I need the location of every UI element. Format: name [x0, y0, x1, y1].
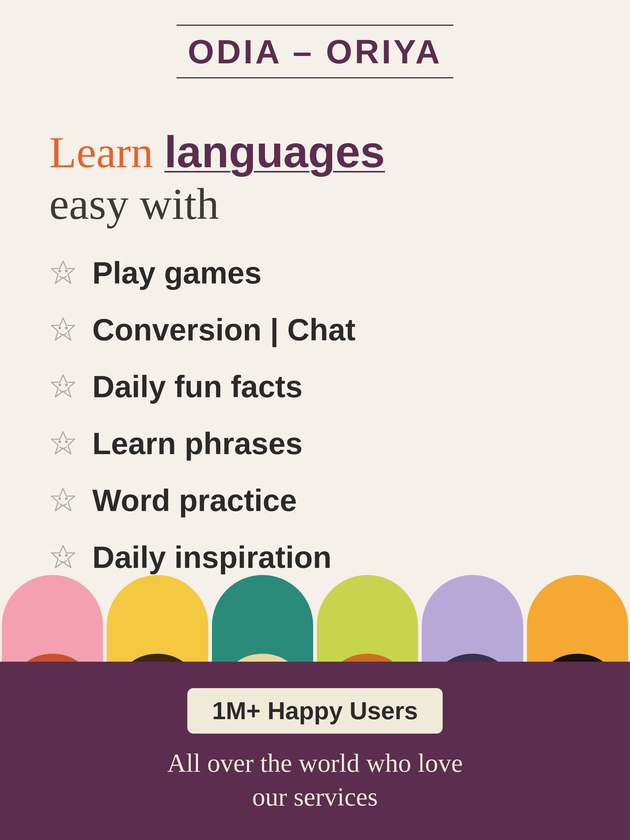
hero-text: Learn languages easy with — [25, 109, 605, 231]
feature-item-play-games: Play games — [49, 255, 581, 291]
svg-point-1 — [59, 270, 61, 272]
main-content: ODIA – ORIYA Learn languages easy with P… — [0, 0, 630, 575]
svg-point-13 — [59, 497, 61, 500]
svg-marker-3 — [51, 318, 75, 340]
svg-point-14 — [65, 497, 68, 500]
svg-point-4 — [59, 327, 61, 329]
star-icon — [49, 543, 77, 571]
svg-point-2 — [65, 270, 68, 272]
title-section: ODIA – ORIYA — [25, 19, 605, 85]
svg-point-8 — [65, 384, 68, 386]
svg-point-5 — [65, 327, 68, 329]
svg-point-16 — [59, 554, 61, 557]
svg-point-17 — [65, 554, 68, 557]
feature-item-learn-phrases: Learn phrases — [49, 426, 581, 461]
app-container: ODIA – ORIYA Learn languages easy with P… — [0, 0, 630, 840]
footer: 1M+ Happy Users All over the world who l… — [0, 662, 630, 840]
svg-point-7 — [59, 384, 61, 386]
feature-item-daily-inspiration: Daily inspiration — [49, 540, 581, 575]
hero-line1: Learn languages — [49, 128, 581, 177]
svg-point-11 — [65, 440, 68, 443]
title-line-bottom — [177, 77, 453, 78]
svg-marker-0 — [51, 261, 75, 283]
feature-item-conversion-chat: Conversion | Chat — [49, 312, 581, 347]
users-badge: 1M+ Happy Users — [187, 688, 442, 734]
hero-line2: easy with — [49, 177, 581, 231]
star-icon — [49, 373, 77, 400]
tagline-line1: All over the world who love — [167, 748, 463, 777]
svg-marker-12 — [51, 489, 75, 511]
feature-item-word-practice: Word practice — [49, 483, 581, 518]
star-icon — [49, 486, 77, 514]
svg-marker-9 — [51, 432, 75, 454]
star-icon — [49, 429, 77, 457]
feature-text-word-practice: Word practice — [92, 483, 297, 518]
features-list: Play games Conversion | Chat Daily fun f… — [25, 255, 605, 575]
app-title: ODIA – ORIYA — [188, 32, 442, 71]
feature-text-conversion-chat: Conversion | Chat — [92, 312, 356, 347]
svg-marker-15 — [51, 545, 75, 568]
feature-text-daily-fun-facts: Daily fun facts — [92, 369, 303, 404]
hero-bold: languages — [164, 127, 385, 177]
star-icon — [49, 259, 77, 287]
feature-text-learn-phrases: Learn phrases — [92, 426, 303, 461]
feature-text-play-games: Play games — [92, 255, 261, 291]
svg-marker-6 — [51, 375, 75, 397]
tagline-line2: our services — [252, 782, 378, 811]
title-line-top — [177, 25, 453, 26]
hero-plain: Learn — [49, 128, 153, 177]
star-icon — [49, 316, 77, 343]
svg-point-10 — [59, 440, 61, 443]
section-bottom: 1M+ Happy Users All over the world who l… — [0, 575, 630, 840]
feature-item-daily-fun-facts: Daily fun facts — [49, 369, 581, 404]
feature-text-daily-inspiration: Daily inspiration — [92, 540, 332, 575]
footer-tagline: All over the world who love our services — [167, 746, 463, 814]
